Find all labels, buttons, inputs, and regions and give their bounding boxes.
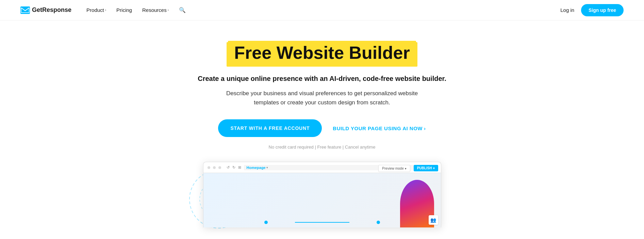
hero-cta-row: START WITH A FREE ACCOUNT BUILD YOUR PAG… — [218, 119, 426, 137]
browser-undo-icon: ↺ — [227, 165, 230, 170]
preview-mode-badge: Preview mode ▾ — [378, 165, 410, 172]
arrow-icon: › — [424, 125, 426, 131]
dot-left — [264, 221, 268, 224]
browser-redo-icon: ↻ — [232, 165, 235, 170]
browser-mockup: ↺ ↻ ⊞ Homepage ▾ Preview mode ▾ Save & e… — [203, 162, 441, 227]
tab-chevron-icon: ▾ — [266, 166, 268, 169]
hero-section: Free Website Builder Create a unique onl… — [0, 20, 644, 223]
browser-content: 👥 — [203, 173, 441, 227]
logo[interactable]: GetResponse — [20, 6, 71, 14]
browser-grid-icon: ⊞ — [238, 165, 241, 170]
nav-links: Product › Pricing Resources › 🔍 — [82, 4, 560, 16]
product-chevron-icon: › — [105, 8, 106, 12]
nav-resources[interactable]: Resources › — [138, 4, 173, 16]
sidebar-users-icon: 👥 — [429, 215, 438, 225]
publish-chevron-icon: ▾ — [433, 167, 435, 170]
publish-button[interactable]: PUBLISH ▾ — [414, 165, 438, 171]
hero-title: Free Website Builder — [228, 41, 416, 65]
browser-dot-2 — [213, 166, 216, 169]
logo-text: GetResponse — [32, 6, 71, 14]
connection-line — [295, 222, 349, 223]
navbar: GetResponse Product › Pricing Resources … — [0, 0, 644, 20]
browser-dot-3 — [218, 166, 221, 169]
start-free-account-button[interactable]: START WITH A FREE ACCOUNT — [218, 119, 322, 137]
build-with-ai-link[interactable]: BUILD YOUR PAGE USING AI NOW › — [333, 125, 426, 131]
nav-pricing[interactable]: Pricing — [112, 4, 136, 16]
browser-bar: ↺ ↻ ⊞ Homepage ▾ Preview mode ▾ Save & e… — [203, 162, 441, 173]
nav-product[interactable]: Product › — [82, 4, 110, 16]
hero-subtitle: Describe your business and visual prefer… — [213, 89, 431, 107]
login-link[interactable]: Log in — [560, 7, 574, 13]
dot-right — [377, 221, 380, 224]
signup-button[interactable]: Sign up free — [581, 4, 624, 16]
nav-right: Log in Sign up free — [560, 4, 624, 16]
logo-icon — [20, 6, 30, 14]
preview-container: ↺ ↻ ⊞ Homepage ▾ Preview mode ▾ Save & e… — [161, 162, 484, 223]
resources-chevron-icon: › — [168, 8, 169, 12]
browser-dot-1 — [208, 166, 210, 169]
preview-chevron-icon: ▾ — [405, 167, 407, 170]
bottom-connection-bar — [264, 221, 380, 224]
hero-title-wrapper: Free Website Builder — [228, 41, 416, 65]
search-icon[interactable]: 🔍 — [175, 4, 190, 16]
hero-subtitle-bold: Create a unique online presence with an … — [198, 75, 446, 83]
fine-print: No credit card required | Free feature |… — [269, 144, 376, 150]
